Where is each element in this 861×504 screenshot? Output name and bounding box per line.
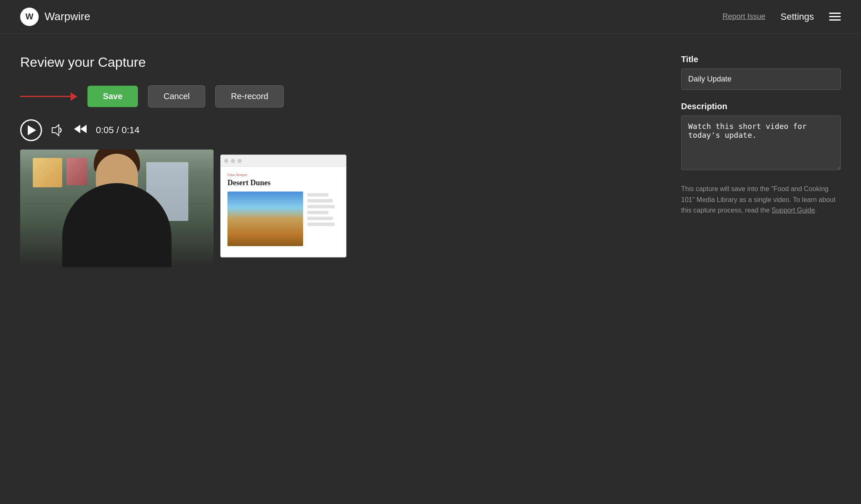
screen-toolbar — [221, 155, 346, 167]
description-label: Description — [681, 102, 841, 111]
svg-marker-2 — [80, 125, 87, 133]
playback-controls: 0:05 / 0:14 — [20, 119, 656, 141]
sidebar-line — [307, 193, 328, 197]
page-title: Review your Capture — [20, 55, 656, 70]
title-field-group: Title — [681, 55, 841, 90]
svg-marker-0 — [52, 125, 59, 136]
info-text: This capture will save into the "Food an… — [681, 184, 841, 216]
wall-art-2 — [66, 158, 87, 185]
description-field-group: Description Watch this short video for t… — [681, 102, 841, 172]
controls-bar: Save Cancel Re-record — [20, 85, 656, 108]
logo-icon: W — [20, 8, 39, 26]
support-guide-link[interactable]: Support Guide — [771, 207, 815, 214]
title-input[interactable] — [681, 68, 841, 90]
sidebar-line — [307, 211, 328, 214]
screen-share-panel: Uma Semper Desert Dunes — [220, 155, 346, 257]
title-label: Title — [681, 55, 841, 64]
sidebar-line — [307, 199, 333, 202]
screen-image-area — [227, 192, 339, 246]
right-panel: Title Description Watch this short video… — [681, 55, 841, 483]
main-content: Review your Capture Save Cancel Re-recor… — [0, 34, 861, 504]
arrow-indicator — [20, 92, 77, 101]
rerecord-button[interactable]: Re-record — [215, 85, 284, 108]
webcam-scene — [20, 150, 214, 267]
app-header: W Warpwire Report Issue Settings — [0, 0, 861, 34]
left-panel: Review your Capture Save Cancel Re-recor… — [20, 55, 656, 483]
rewind-icon — [73, 123, 87, 135]
screen-subtitle: Uma Semper — [227, 173, 339, 177]
volume-icon — [50, 124, 65, 136]
screen-content: Uma Semper Desert Dunes — [221, 167, 346, 252]
arrow-line — [20, 96, 71, 97]
wall-art-1 — [33, 158, 62, 187]
logo-area: W Warpwire — [20, 8, 90, 26]
description-textarea[interactable]: Watch this short video for today's updat… — [681, 116, 841, 170]
webcam-panel — [20, 150, 214, 267]
settings-link[interactable]: Settings — [781, 11, 814, 22]
hamburger-menu-icon[interactable] — [829, 13, 841, 21]
volume-button[interactable] — [50, 124, 65, 136]
sidebar-content — [306, 192, 339, 246]
save-button[interactable]: Save — [87, 86, 138, 107]
sidebar-line — [307, 205, 335, 208]
report-issue-link[interactable]: Report Issue — [722, 12, 765, 21]
play-icon — [28, 125, 36, 135]
toolbar-dot-1 — [224, 159, 228, 163]
time-display: 0:05 / 0:14 — [96, 125, 140, 136]
screen-heading: Desert Dunes — [227, 178, 339, 187]
logo-text: Warpwire — [45, 10, 90, 23]
svg-marker-1 — [74, 125, 80, 133]
play-button[interactable] — [20, 119, 42, 141]
header-right: Report Issue Settings — [722, 11, 841, 22]
video-panels: Uma Semper Desert Dunes — [20, 150, 656, 267]
toolbar-dot-3 — [238, 159, 242, 163]
toolbar-dot-2 — [231, 159, 235, 163]
arrow-head — [71, 92, 77, 101]
cancel-button[interactable]: Cancel — [148, 85, 205, 108]
sidebar-line — [307, 223, 335, 226]
sidebar-line — [307, 217, 333, 220]
desert-image — [227, 192, 303, 246]
rewind-button[interactable] — [73, 123, 87, 138]
